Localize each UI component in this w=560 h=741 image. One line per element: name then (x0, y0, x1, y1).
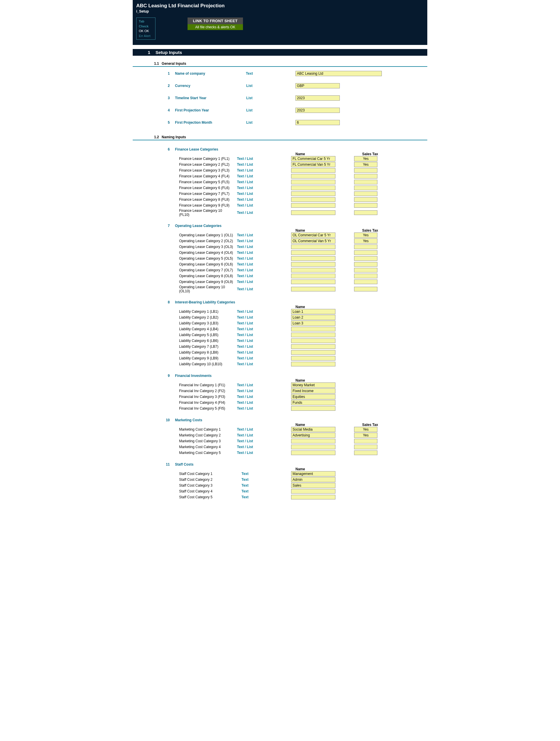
category-label: Staff Cost Category 4 (175, 489, 233, 493)
name-input[interactable] (291, 495, 335, 499)
tax-input[interactable]: Yes (354, 156, 377, 161)
name-input[interactable] (291, 279, 335, 284)
name-input[interactable]: Social Media (291, 427, 335, 432)
name-input[interactable] (291, 333, 335, 337)
tax-input[interactable]: Yes (354, 238, 377, 244)
row-label: First Projection Year (175, 108, 238, 112)
name-input[interactable] (291, 489, 335, 494)
name-input[interactable]: Management (291, 471, 335, 476)
tax-input[interactable] (354, 168, 377, 173)
tax-input[interactable] (354, 445, 377, 449)
name-input[interactable] (291, 262, 335, 267)
name-input[interactable]: Advertising (291, 432, 335, 438)
tax-input[interactable]: Yes (354, 432, 377, 438)
category-type: Text / List (233, 333, 257, 337)
name-input[interactable] (291, 338, 335, 343)
tax-input[interactable] (354, 451, 377, 455)
name-input[interactable] (291, 250, 335, 255)
name-input[interactable] (291, 350, 335, 355)
name-input[interactable] (291, 344, 335, 349)
category-type: Text / List (233, 310, 257, 314)
name-input[interactable] (291, 356, 335, 360)
name-input[interactable] (291, 406, 335, 411)
category-label: Financial Inv Category 5 (FI5) (175, 406, 233, 410)
list-item: Liability Category 3 (LB3)Text / ListLoa… (133, 321, 427, 326)
input-cell[interactable]: 6 (295, 120, 340, 125)
tax-input[interactable] (354, 191, 377, 196)
tax-input[interactable] (354, 439, 377, 444)
page-title: ABC Leasing Ltd Financial Projection (136, 3, 424, 9)
category-type: Text / List (233, 251, 257, 255)
row-label: First Projection Month (175, 121, 238, 125)
tax-input[interactable] (354, 174, 377, 179)
tax-input[interactable]: Yes (354, 232, 377, 238)
tax-input[interactable] (354, 268, 377, 272)
input-cell[interactable]: ABC Leasing Ltd (295, 71, 382, 76)
tax-input[interactable] (354, 197, 377, 202)
name-input[interactable]: Loan 3 (291, 321, 335, 326)
name-input[interactable] (291, 203, 335, 208)
name-input[interactable] (291, 191, 335, 196)
tab-check-box: Tab Check OK OK Err Alert (136, 17, 155, 40)
subsection-title: General Inputs (161, 62, 186, 66)
category-type: Text / List (233, 315, 257, 320)
input-cell[interactable]: GBP (295, 83, 340, 88)
name-input[interactable] (291, 362, 335, 366)
tax-input[interactable] (354, 210, 377, 215)
name-input[interactable] (291, 287, 335, 291)
group-title: Interest-Bearing Liability Categories (175, 300, 238, 304)
category-type: Text (233, 472, 257, 476)
name-input[interactable]: Loan 1 (291, 309, 335, 314)
group-header: Name (133, 379, 427, 383)
tax-input[interactable] (354, 262, 377, 267)
name-input[interactable] (291, 174, 335, 179)
name-input[interactable]: OL Commercial Van 5 Yr (291, 238, 335, 244)
name-input[interactable]: Money Market (291, 383, 335, 388)
name-input[interactable] (291, 439, 335, 444)
name-input[interactable] (291, 445, 335, 449)
name-input[interactable]: Loan 2 (291, 315, 335, 320)
name-input[interactable]: Fixed Income (291, 388, 335, 394)
name-input[interactable] (291, 256, 335, 261)
tax-input[interactable] (354, 186, 377, 190)
input-cell[interactable]: 2023 (295, 95, 340, 100)
tax-input[interactable] (354, 180, 377, 184)
category-type: Text / List (233, 245, 257, 249)
name-input[interactable] (291, 245, 335, 249)
list-item: Operating Lease Category 5 (OL5)Text / L… (133, 256, 427, 261)
front-sheet-link[interactable]: LINK TO FRONT SHEET (188, 17, 243, 24)
name-input[interactable]: Funds (291, 400, 335, 405)
name-input[interactable]: Admin (291, 477, 335, 482)
name-input[interactable] (291, 168, 335, 173)
column-header-tax: Sales Tax (358, 228, 382, 232)
tax-input[interactable] (354, 250, 377, 255)
category-label: Finance Lease Category 2 (FL2) (175, 162, 233, 166)
name-input[interactable] (291, 274, 335, 278)
tax-input[interactable] (354, 274, 377, 278)
category-type: Text / List (233, 439, 257, 443)
tax-input[interactable] (354, 203, 377, 208)
tax-input[interactable] (354, 256, 377, 261)
name-input[interactable] (291, 451, 335, 455)
tax-input[interactable]: Yes (354, 427, 377, 432)
naming-groups: 6Finance Lease CategoriesNameSales TaxFi… (133, 147, 427, 500)
name-input[interactable] (291, 186, 335, 190)
list-item: Finance Lease Category 6 (FL6)Text / Lis… (133, 185, 427, 191)
tax-input[interactable] (354, 245, 377, 249)
tax-input[interactable]: Yes (354, 162, 377, 167)
name-input[interactable] (291, 210, 335, 215)
input-cell[interactable]: 2023 (295, 108, 340, 113)
name-input[interactable] (291, 268, 335, 272)
name-input[interactable]: FL Commercial Car 5 Yr (291, 156, 335, 161)
group-number: 7 (133, 224, 175, 228)
tax-input[interactable] (354, 287, 377, 291)
name-input[interactable]: Equities (291, 394, 335, 399)
name-input[interactable]: OL Commercial Car 5 Yr (291, 232, 335, 238)
tax-input[interactable] (354, 279, 377, 284)
name-input[interactable]: FL Commercial Van 5 Yr (291, 162, 335, 167)
name-input[interactable] (291, 327, 335, 331)
name-input[interactable]: Sales (291, 483, 335, 488)
name-input[interactable] (291, 197, 335, 202)
name-input[interactable] (291, 180, 335, 184)
list-item: Marketing Cost Category 5Text / List (133, 450, 427, 455)
